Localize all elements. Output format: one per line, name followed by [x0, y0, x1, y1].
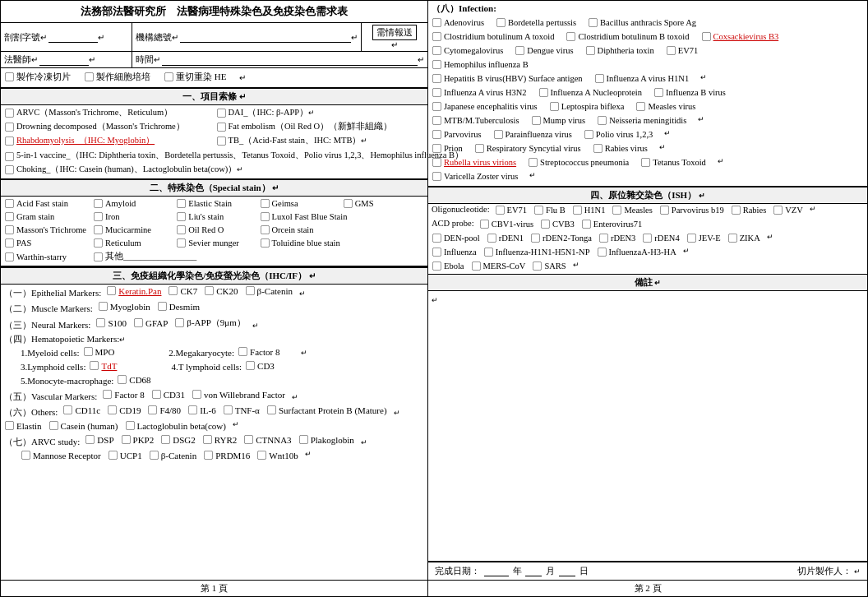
stain-masson[interactable]: Masson's Trichrome	[4, 224, 86, 235]
ish-jev-e[interactable]: JEV-E	[686, 233, 721, 243]
ish-rden1[interactable]: rDEN1	[487, 233, 524, 243]
ihc-cd11c[interactable]: CD11c	[62, 405, 100, 415]
inf-influenza-h3n2[interactable]: Influenza A virus H3N2	[432, 87, 527, 98]
stain-toluidine[interactable]: Toluidine blue stain	[260, 238, 419, 248]
stain-liu[interactable]: Liu's stain	[176, 211, 252, 222]
inf-mump[interactable]: Mump virus	[531, 115, 586, 126]
inf-rubella[interactable]: Rubella virus virions	[432, 157, 516, 168]
stain-gram[interactable]: Gram stain	[4, 211, 86, 222]
inf-cmv[interactable]: Cytomegalovirus	[432, 45, 503, 56]
stain-sevier[interactable]: Sevier munger	[176, 238, 252, 248]
ish-sars[interactable]: SARS	[532, 261, 566, 271]
stain-gms[interactable]: GMS	[343, 198, 419, 209]
ihc-surfactant[interactable]: Surfactant Protein B (Mature)	[266, 405, 387, 415]
ihc-mpo[interactable]: MPO	[83, 346, 115, 357]
ihc-cd31[interactable]: CD31	[151, 389, 185, 400]
inf-ev71[interactable]: EV71	[666, 45, 699, 56]
ish-flub[interactable]: Flu B	[533, 205, 566, 215]
ihc-dsg2[interactable]: DSG2	[160, 434, 196, 445]
ish-measles[interactable]: Measles	[612, 205, 652, 215]
inf-diphtheria[interactable]: Diphtheria toxin	[585, 45, 654, 56]
stain-mucicarmine[interactable]: Mucicarmine	[93, 224, 169, 235]
inf-jev[interactable]: Japanese encephalitis virus	[432, 101, 538, 112]
ihc-ck7[interactable]: CK7	[168, 285, 197, 296]
ihc-tdt[interactable]: TdT	[89, 360, 117, 371]
ish-mers-cov[interactable]: MERS-CoV	[471, 261, 526, 271]
item-tb[interactable]: TB_（Acid-Fast stain、IHC: MTB）↵	[216, 135, 420, 146]
ish-ebola[interactable]: Ebola	[432, 261, 464, 271]
ish-cvb3[interactable]: CVB3	[540, 219, 575, 229]
ish-rabies[interactable]: Rabies	[731, 205, 767, 215]
ish-rden3[interactable]: rDEN3	[598, 233, 635, 243]
inf-bacillus[interactable]: Bacillus anthracis Spore Ag	[588, 17, 696, 28]
ish-zika[interactable]: ZIKA	[727, 233, 760, 243]
inf-measles[interactable]: Measles virus	[635, 101, 695, 112]
stain-amyloid[interactable]: Amyloid	[93, 198, 169, 209]
inf-rsv[interactable]: Respiratory Syncytial virus	[474, 143, 581, 154]
ihc-tnfa[interactable]: TNF-α	[223, 405, 260, 415]
ihc-casein[interactable]: Casein (human)	[48, 420, 118, 431]
ish-influenza-h1n1-h5n1[interactable]: Influenza-H1N1-H5N1-NP	[483, 247, 590, 257]
ish-den-pool[interactable]: DEN-pool	[432, 233, 480, 243]
stain-acid-fast[interactable]: Acid Fast stain	[4, 198, 86, 209]
inf-clostridium-b[interactable]: Clostridium botulinum B toxoid	[566, 31, 689, 42]
inf-leptospira[interactable]: Leptospira biflexa	[549, 101, 625, 112]
inf-parvovirus[interactable]: Parvovirus	[432, 129, 482, 140]
stain-elastic[interactable]: Elastic Stain	[176, 198, 252, 209]
inf-neisseria[interactable]: Neisseria meningitidis	[597, 115, 686, 126]
ihc-gfap[interactable]: GFAP	[133, 317, 168, 328]
inf-clostridium-a[interactable]: Clostridium botulinum A toxoid	[432, 31, 554, 42]
ihc-vwf[interactable]: von Willebrand Factor	[192, 389, 285, 400]
ihc-bcatenin2[interactable]: β-Catenin	[149, 450, 196, 460]
ish-parvob19[interactable]: Parvovirus b19	[659, 205, 724, 215]
item-drowning[interactable]: Drowning decomposed（Masson's Trichrome）	[4, 121, 208, 132]
ihc-keratin-pan[interactable]: Keratin.Pan	[106, 285, 161, 296]
ihc-s100[interactable]: S100	[95, 317, 127, 328]
inf-coxsackievirus[interactable]: Coxsackievirus B3	[701, 31, 779, 42]
ihc-wnt10b[interactable]: Wnt10b	[256, 450, 298, 460]
inf-polio[interactable]: Polio virus 1,2,3	[584, 129, 653, 140]
inf-adenovirus[interactable]: Adenovirus	[432, 17, 484, 28]
stain-iron[interactable]: Iron	[93, 211, 169, 222]
ihc-cd3[interactable]: CD3	[245, 360, 275, 371]
stain-pas[interactable]: PAS	[4, 238, 86, 248]
stain-other[interactable]: 其他_________________	[93, 251, 419, 262]
stain-geimsa[interactable]: Geimsa	[260, 198, 336, 209]
ish-rden2-tonga[interactable]: rDEN2-Tonga	[530, 233, 592, 243]
ihc-f480[interactable]: F4/80	[147, 405, 181, 415]
ihc-factor8-vasc[interactable]: Factor 8	[102, 389, 144, 400]
inf-bordetella[interactable]: Bordetella pertussis	[496, 17, 576, 28]
ish-rden4[interactable]: rDEN4	[642, 233, 679, 243]
ish-influenza-h3-ha[interactable]: InfluenzaA-H3-HA	[597, 247, 676, 257]
inf-influenza-np[interactable]: Influenza A Nucleoprotein	[538, 87, 642, 98]
inf-influenza-b[interactable]: Influenza B virus	[653, 87, 726, 98]
inf-tetanus[interactable]: Tetanus Toxoid	[640, 157, 706, 168]
ihc-desmim[interactable]: Desmim	[157, 301, 200, 312]
ihc-elastin[interactable]: Elastin	[4, 420, 42, 431]
inf-rabies[interactable]: Rabies virus	[593, 143, 648, 154]
ihc-ucp1[interactable]: UCP1	[108, 450, 142, 460]
inf-hbv[interactable]: Hepatitis B virus(HBV) Surface antigen	[432, 73, 583, 84]
ihc-prdm16[interactable]: PRDM16	[203, 450, 250, 460]
inf-streptococcus[interactable]: Streptococcus pneumonia	[528, 157, 629, 168]
item-5in1[interactable]: 5-in-1 vaccine_（IHC: Diphtheria toxin、Bo…	[4, 150, 419, 162]
stain-warthin[interactable]: Warthin-starry	[4, 251, 86, 262]
ihc-ctnna3[interactable]: CTNNA3	[243, 434, 291, 445]
ihc-plakoglobin[interactable]: Plakoglobin	[298, 434, 354, 445]
item-fat-embolism[interactable]: Fat embolism（Oil Red O）（新鮮非組織）	[216, 121, 420, 132]
inf-parainfluenza[interactable]: Parainfluenza virus	[493, 129, 572, 140]
ihc-ck20[interactable]: CK20	[204, 285, 238, 296]
ihc-cd68[interactable]: CD68	[117, 374, 150, 385]
item-rhabdo[interactable]: Rhabdomyolysis_（IHC: Myoglobin）	[4, 135, 208, 146]
stain-orcein[interactable]: Orcein stain	[260, 224, 419, 235]
ihc-dsp[interactable]: DSP	[85, 434, 113, 445]
item-arvc[interactable]: ARVC（Masson's Trichrome、Reticulum）	[4, 107, 208, 118]
inf-mtb[interactable]: MTB/M.Tuberculosis	[432, 115, 519, 126]
stain-reticulum[interactable]: Reticulum	[93, 238, 169, 248]
ihc-factor8-mega[interactable]: Factor 8	[238, 346, 279, 357]
ihc-ryr2[interactable]: RYR2	[202, 434, 238, 445]
inf-hemophilus[interactable]: Hemophilus influenza B	[432, 59, 529, 70]
ihc-pkp2[interactable]: PKP2	[121, 434, 155, 445]
item-choking[interactable]: Choking_（IHC: Casein (human)、Lactoglobul…	[4, 164, 243, 175]
inf-dengue[interactable]: Dengue virus	[515, 45, 573, 56]
